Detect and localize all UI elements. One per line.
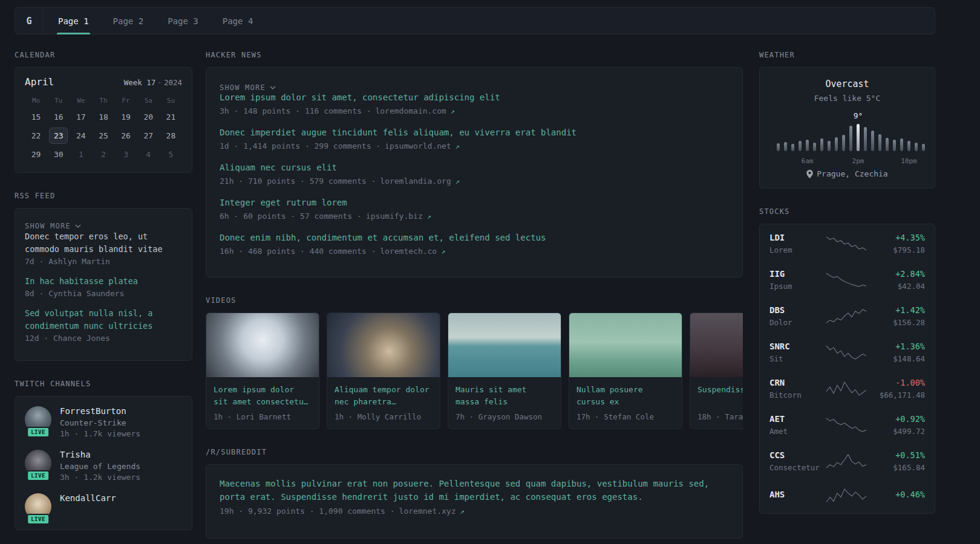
- calendar-day[interactable]: 17: [71, 109, 90, 125]
- rss-item-title[interactable]: Donec tempor eros leo, ut commodo mauris…: [25, 230, 182, 256]
- subreddit-widget: /R/SUBREDDIT Maecenas mollis pulvinar er…: [206, 448, 743, 539]
- stocks-widget: STOCKS LDI Lorem +4.35% $795.18: [759, 207, 935, 514]
- hn-item-domain[interactable]: loremdomain.com: [375, 106, 446, 115]
- video-thumbnail[interactable]: [569, 313, 682, 377]
- stock-price: $42.04: [870, 282, 925, 291]
- calendar-day[interactable]: 4: [139, 146, 158, 163]
- video-title[interactable]: Lorem ipsum dolor sit amet consectetu…: [214, 384, 312, 408]
- video-card[interactable]: Mauris sit amet massa felis 7h · Grayson…: [448, 312, 561, 429]
- video-title[interactable]: Suspendisse diam: [697, 384, 743, 408]
- calendar-day[interactable]: 20: [139, 109, 158, 125]
- hn-item-title[interactable]: Lorem ipsum dolor sit amet, consectetur …: [220, 92, 729, 103]
- calendar-day[interactable]: 3: [117, 146, 136, 163]
- stock-row[interactable]: DBS Dolor +1.42% $156.28: [769, 305, 925, 327]
- video-thumbnail[interactable]: [448, 313, 561, 377]
- rss-item-title[interactable]: Sed volutpat nulla nisl, a condimentum n…: [25, 307, 182, 332]
- chevron-down-icon: [270, 86, 276, 89]
- twitch-channel-row[interactable]: LIVE ForrestBurton Counter-Strike 1h · 1…: [25, 406, 182, 438]
- weather-hour-bar: [893, 140, 896, 151]
- calendar-day[interactable]: 16: [49, 109, 68, 125]
- calendar-day[interactable]: 23: [49, 128, 68, 144]
- calendar-day[interactable]: 30: [49, 146, 68, 163]
- weather-condition: Overcast: [769, 79, 925, 89]
- video-author: 1h · Molly Carrillo: [335, 412, 433, 421]
- channel-info: KendallCarr: [60, 493, 116, 505]
- channel-avatar-wrap: LIVE: [25, 406, 51, 433]
- calendar-day[interactable]: 5: [162, 146, 180, 163]
- calendar-day[interactable]: 26: [117, 128, 136, 144]
- calendar-day[interactable]: 15: [27, 109, 45, 125]
- hn-item-domain[interactable]: ipsumify.biz: [366, 212, 423, 221]
- video-title[interactable]: Aliquam tempor dolor nec pharetra…: [335, 384, 433, 408]
- weather-hour-bar: [864, 127, 867, 151]
- stock-identity: CCS Consectetur: [769, 450, 823, 472]
- weather-bar-slot: [835, 137, 838, 151]
- video-thumbnail[interactable]: [327, 313, 440, 377]
- subreddit-post-domain[interactable]: loremnet.xyz: [399, 507, 456, 516]
- stock-row[interactable]: CRN Bitcorn -1.00% $66,171.48: [769, 378, 925, 400]
- video-title[interactable]: Mauris sit amet massa felis: [456, 384, 554, 408]
- video-thumbnail[interactable]: [206, 313, 319, 377]
- hn-item-title[interactable]: Donec imperdiet augue tincidunt felis al…: [220, 127, 729, 138]
- page-tab[interactable]: Page 3: [166, 8, 200, 34]
- calendar-day[interactable]: 2: [94, 146, 113, 163]
- left-column: CALENDAR April Week 17·2024 MoTuWeThFrSa…: [15, 51, 192, 539]
- subreddit-post-title[interactable]: Maecenas mollis pulvinar erat non posuer…: [220, 477, 716, 504]
- channel-name[interactable]: Trisha: [60, 450, 140, 459]
- video-card[interactable]: Nullam posuere cursus ex 17h · Stefan Co…: [569, 312, 682, 429]
- video-author: 17h · Stefan Cole: [577, 412, 675, 421]
- hn-show-more-button[interactable]: SHOW MORE: [220, 83, 276, 92]
- video-thumbnail[interactable]: [690, 313, 743, 377]
- hn-item-domain[interactable]: loremtech.co: [380, 247, 437, 256]
- channel-name[interactable]: KendallCarr: [60, 493, 116, 503]
- hn-item: Integer eget rutrum lorem 6h · 60 points…: [220, 197, 729, 221]
- video-card[interactable]: Suspendisse diam 18h · Tara: [690, 312, 743, 429]
- stock-symbol: DBS: [769, 305, 823, 315]
- hn-item-title[interactable]: Donec enim nibh, condimentum et accumsan…: [220, 232, 729, 244]
- hn-item-domain[interactable]: loremlandia.org: [380, 176, 451, 186]
- calendar-day[interactable]: 21: [162, 109, 180, 125]
- video-card[interactable]: Lorem ipsum dolor sit amet consectetu… 1…: [206, 312, 319, 429]
- page-tab[interactable]: Page 1: [57, 8, 90, 34]
- video-card[interactable]: Aliquam tempor dolor nec pharetra… 1h · …: [327, 312, 440, 429]
- show-more-label: SHOW MORE: [25, 222, 71, 230]
- stock-row[interactable]: LDI Lorem +4.35% $795.18: [769, 233, 925, 254]
- calendar-day[interactable]: 18: [94, 109, 113, 125]
- calendar-day[interactable]: 27: [139, 128, 158, 144]
- middle-column: HACKER NEWS SHOW MORE Lorem ipsum dolor …: [206, 51, 743, 539]
- twitch-channel-row[interactable]: LIVE KendallCarr: [25, 493, 182, 520]
- weather-hourly-chart: 6am: [777, 123, 918, 151]
- video-title[interactable]: Nullam posuere cursus ex: [577, 384, 675, 408]
- calendar-day[interactable]: 1: [71, 146, 90, 163]
- stock-row[interactable]: IIG Ipsum +2.84% $42.04: [769, 269, 925, 291]
- calendar-day[interactable]: 29: [27, 146, 45, 163]
- page-tab[interactable]: Page 2: [112, 8, 145, 34]
- stock-row[interactable]: AHS +0.46%: [769, 487, 925, 505]
- hn-item-title[interactable]: Aliquam nec cursus elit: [220, 162, 729, 173]
- calendar-day[interactable]: 25: [94, 128, 113, 144]
- calendar-day[interactable]: 28: [162, 128, 180, 144]
- page-tab[interactable]: Page 4: [221, 8, 255, 34]
- dashboard-columns: CALENDAR April Week 17·2024 MoTuWeThFrSa…: [15, 51, 935, 539]
- stock-name: Bitcorn: [769, 390, 823, 400]
- rss-show-more-button[interactable]: SHOW MORE: [25, 222, 81, 230]
- videos-widget: VIDEOS Lorem ipsum dolor sit amet consec…: [206, 296, 743, 429]
- twitch-channel-row[interactable]: LIVE Trisha League of Legends 3h · 1.2k …: [25, 450, 182, 482]
- channel-name[interactable]: ForrestBurton: [60, 406, 140, 416]
- calendar-day[interactable]: 19: [117, 109, 136, 125]
- calendar-section-title: CALENDAR: [15, 51, 192, 59]
- stock-row[interactable]: SNRC Sit +1.36% $148.64: [769, 342, 925, 363]
- stock-change: +1.42%: [870, 305, 925, 315]
- rss-item-title[interactable]: In hac habitasse platea: [25, 275, 182, 288]
- hn-item-title[interactable]: Integer eget rutrum lorem: [220, 197, 729, 209]
- calendar-day[interactable]: 24: [71, 128, 90, 144]
- hn-item-domain[interactable]: ipsumworld.net: [385, 141, 451, 151]
- weather-bar-slot: [864, 127, 867, 151]
- videos-section-title: VIDEOS: [206, 296, 743, 305]
- calendar-day[interactable]: 22: [27, 128, 45, 144]
- stock-row[interactable]: AET Amet +0.92% $499.72: [769, 414, 925, 436]
- stock-row[interactable]: CCS Consectetur +0.51% $165.84: [769, 450, 925, 472]
- weather-bar-slot: [886, 138, 889, 151]
- stock-price: $499.72: [870, 427, 925, 436]
- location-pin-icon: [806, 170, 813, 178]
